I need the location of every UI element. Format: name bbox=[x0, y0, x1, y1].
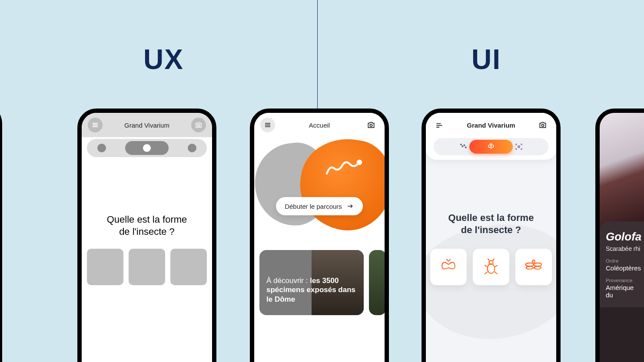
heading-ui: UI bbox=[471, 43, 501, 76]
shape-option-2[interactable] bbox=[129, 249, 165, 285]
detail-sheet: Golofa Scarabée rhi Ordre Coléoptères Pr… bbox=[600, 221, 644, 307]
segment-active[interactable] bbox=[125, 141, 169, 155]
svg-point-3 bbox=[198, 124, 200, 126]
phone-ux-wireframe: Grand Vivarium Quelle est la forme de l'… bbox=[77, 109, 216, 362]
order-value: Coléoptères bbox=[606, 264, 641, 272]
discover-card-1[interactable]: À découvrir : les 3500 spécimens exposés… bbox=[259, 250, 364, 315]
page-title: Accueil bbox=[275, 122, 364, 129]
specimen-photo bbox=[600, 113, 644, 230]
segmented-control[interactable] bbox=[87, 139, 207, 157]
shape-option-1[interactable] bbox=[87, 249, 123, 285]
svg-point-15 bbox=[462, 146, 463, 147]
svg-line-26 bbox=[485, 265, 487, 267]
svg-point-16 bbox=[464, 145, 465, 146]
menu-icon[interactable] bbox=[260, 118, 275, 132]
svg-line-30 bbox=[485, 272, 487, 274]
svg-point-7 bbox=[370, 124, 372, 126]
shape-option-beetle[interactable] bbox=[473, 249, 509, 285]
phone-partial-left bbox=[0, 104, 2, 362]
menu-icon[interactable] bbox=[432, 118, 447, 132]
svg-line-19 bbox=[491, 143, 492, 145]
svg-point-8 bbox=[358, 161, 361, 164]
arrow-right-icon bbox=[346, 202, 354, 210]
order-label: Ordre bbox=[606, 258, 641, 263]
svg-line-33 bbox=[493, 259, 495, 261]
svg-point-37 bbox=[534, 263, 541, 266]
camera-icon[interactable] bbox=[535, 118, 550, 132]
svg-point-13 bbox=[541, 124, 544, 126]
svg-point-20 bbox=[518, 146, 520, 148]
svg-point-38 bbox=[526, 267, 534, 269]
heading-ux: UX bbox=[143, 43, 184, 76]
svg-point-36 bbox=[526, 263, 534, 266]
svg-point-17 bbox=[465, 147, 467, 148]
question-text: Quelle est la forme de l'insecte ? bbox=[82, 214, 212, 237]
svg-line-22 bbox=[448, 259, 451, 262]
svg-line-31 bbox=[495, 272, 497, 274]
page-title: Grand Vivarium bbox=[103, 122, 191, 129]
menu-icon[interactable] bbox=[88, 118, 103, 132]
shape-option-butterfly[interactable] bbox=[430, 249, 467, 285]
segment-butterfly-icon[interactable] bbox=[469, 140, 513, 154]
card-label: À découvrir : les 3500 spécimens exposés… bbox=[266, 276, 357, 304]
page-title: Grand Vivarium bbox=[447, 122, 535, 129]
specimen-name: Golofa bbox=[606, 230, 641, 244]
cta-label: Débuter le parcours bbox=[285, 203, 342, 210]
svg-point-39 bbox=[534, 267, 541, 269]
specimen-subtitle: Scarabée rhi bbox=[606, 245, 641, 252]
provenance-label: Provenance bbox=[606, 278, 641, 283]
worm-icon bbox=[325, 156, 364, 178]
shape-option-3[interactable] bbox=[170, 249, 207, 285]
phone-accueil: Accueil Débuter le parcours À découvrir … bbox=[250, 109, 389, 362]
shape-option-dragonfly[interactable] bbox=[515, 249, 552, 285]
question-text: Quelle est la forme de l'insecte ? bbox=[426, 212, 556, 236]
provenance-value: Amérique du bbox=[606, 284, 641, 299]
hero-section: Débuter le parcours bbox=[259, 142, 379, 237]
svg-point-14 bbox=[461, 144, 462, 145]
phone-ui-polished: Grand Vivarium Quelle est la forme de l'… bbox=[422, 109, 561, 362]
segment-left[interactable] bbox=[97, 144, 106, 152]
phone-detail-partial: Golofa Scarabée rhi Ordre Coléoptères Pr… bbox=[595, 109, 644, 362]
segment-right[interactable] bbox=[188, 144, 196, 152]
svg-line-32 bbox=[488, 259, 490, 261]
segmented-control[interactable] bbox=[434, 138, 548, 155]
start-journey-button[interactable]: Débuter le parcours bbox=[276, 197, 363, 215]
camera-icon[interactable] bbox=[364, 118, 378, 132]
svg-line-27 bbox=[495, 265, 497, 267]
camera-icon[interactable] bbox=[191, 118, 206, 132]
discover-card-2[interactable] bbox=[369, 250, 386, 315]
discover-row[interactable]: À découvrir : les 3500 spécimens exposés… bbox=[259, 250, 379, 315]
